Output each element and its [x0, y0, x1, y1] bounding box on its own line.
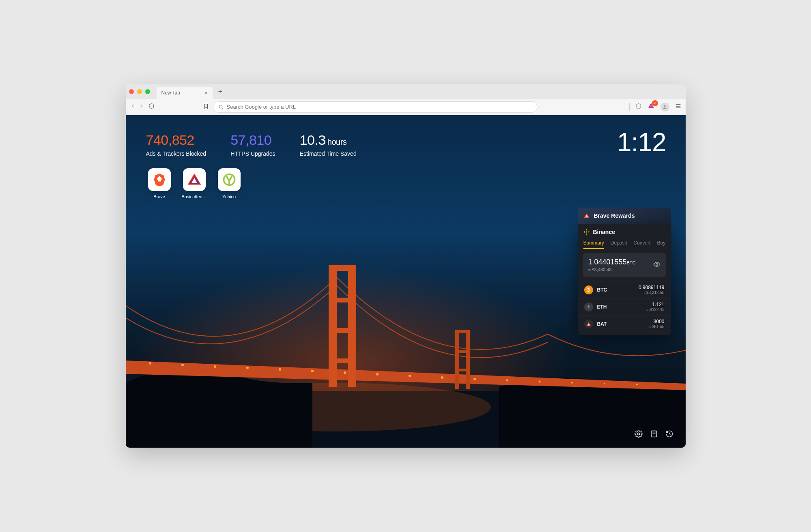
- svg-rect-12: [455, 330, 470, 333]
- asset-row-eth[interactable]: ETH 1.121 ≈ $122.43: [578, 298, 671, 315]
- svg-point-3: [183, 383, 491, 431]
- settings-icon[interactable]: [635, 430, 643, 440]
- close-window-button[interactable]: [129, 89, 134, 94]
- tab-bar: New Tab × +: [126, 84, 686, 99]
- back-button[interactable]: [130, 103, 136, 111]
- binance-card: Binance Summary Deposit Convert Buy 1.04…: [578, 224, 671, 335]
- svg-rect-14: [455, 369, 470, 371]
- widget-column: Brave Rewards Binance Summary Deposit Co…: [578, 208, 671, 335]
- reload-button[interactable]: [148, 103, 155, 111]
- site-caption: Yubico: [216, 194, 243, 199]
- stat-time-saved: 10.3hours Estimated Time Saved: [300, 132, 357, 157]
- history-icon[interactable]: [665, 430, 673, 440]
- asset-row-btc[interactable]: ₿ BTC 0.90891119 ≈ $8,212.58: [578, 281, 671, 298]
- binance-title: Binance: [593, 229, 615, 235]
- toolbar-divider: [629, 103, 630, 111]
- svg-point-0: [219, 105, 222, 108]
- asset-symbol: ETH: [597, 304, 607, 310]
- yubico-icon: [222, 172, 237, 187]
- svg-point-29: [604, 383, 605, 384]
- bookmark-icon[interactable]: [203, 103, 209, 111]
- stat-time-unit: hours: [327, 137, 347, 146]
- stat-label: Ads & Trackers Blocked: [146, 150, 207, 157]
- toggle-visibility-icon[interactable]: [653, 261, 660, 270]
- svg-rect-32: [586, 229, 587, 231]
- asset-amount: 0.90891119: [639, 285, 664, 290]
- minimize-window-button[interactable]: [137, 89, 142, 94]
- balance-currency: BTC: [627, 260, 636, 265]
- asset-symbol: BAT: [597, 321, 607, 327]
- asset-row-bat[interactable]: BAT 3000 ≈ $61.55: [578, 315, 671, 332]
- tab-new-tab[interactable]: New Tab ×: [157, 87, 213, 99]
- asset-amount: 3000: [649, 319, 665, 324]
- stat-value: 10.3hours: [300, 132, 357, 148]
- tab-convert[interactable]: Convert: [634, 240, 651, 249]
- svg-rect-8: [329, 328, 356, 333]
- bookmarks-icon[interactable]: [650, 430, 658, 440]
- svg-rect-5: [348, 265, 356, 387]
- svg-point-19: [279, 368, 281, 371]
- tab-deposit[interactable]: Deposit: [611, 240, 627, 249]
- site-caption: Brave: [146, 194, 173, 199]
- binance-tabs: Summary Deposit Convert Buy: [578, 240, 671, 253]
- stat-time-number: 10.3: [300, 132, 326, 148]
- tab-title: New Tab: [161, 90, 180, 96]
- brave-rewards-icon[interactable]: 7: [648, 103, 655, 112]
- new-tab-button[interactable]: +: [215, 88, 226, 96]
- asset-amounts: 0.90891119 ≈ $8,212.58: [639, 285, 664, 295]
- close-tab-icon[interactable]: ×: [204, 90, 208, 96]
- shields-icon[interactable]: [635, 103, 642, 111]
- site-tile: [183, 168, 206, 191]
- stat-value: 740,852: [146, 132, 207, 148]
- balance-box: 1.04401555BTC ≈ $8,480.48: [583, 253, 666, 277]
- site-tile: [218, 168, 241, 191]
- asset-symbol: BTC: [597, 287, 607, 293]
- svg-point-20: [311, 370, 314, 372]
- asset-amount: 1.121: [646, 302, 664, 307]
- stats-row: 740,852 Ads & Trackers Blocked 57,810 HT…: [126, 115, 686, 157]
- svg-rect-35: [588, 231, 589, 233]
- profile-button[interactable]: [660, 103, 669, 112]
- forward-button[interactable]: [138, 103, 144, 111]
- toolbar: 7: [126, 99, 686, 115]
- svg-point-26: [506, 380, 508, 382]
- balance-amount: 1.04401555BTC: [588, 258, 636, 266]
- tab-buy[interactable]: Buy: [657, 240, 666, 249]
- tab-summary[interactable]: Summary: [583, 240, 604, 249]
- stat-label: Estimated Time Saved: [300, 150, 357, 157]
- maximize-window-button[interactable]: [145, 89, 150, 94]
- svg-rect-34: [583, 231, 585, 233]
- main-menu-button[interactable]: [675, 103, 682, 111]
- top-site-bat[interactable]: Basicatten…: [181, 168, 208, 199]
- svg-point-38: [637, 433, 639, 435]
- bottom-controls: [635, 430, 673, 440]
- svg-point-18: [246, 367, 249, 369]
- svg-point-28: [571, 382, 573, 384]
- svg-point-15: [149, 362, 151, 365]
- stat-ads-blocked: 740,852 Ads & Trackers Blocked: [146, 132, 207, 157]
- search-input[interactable]: [227, 104, 532, 110]
- site-tile: [148, 168, 171, 191]
- bat-triangle-icon: [187, 173, 201, 187]
- new-tab-page: 740,852 Ads & Trackers Blocked 57,810 HT…: [126, 115, 686, 448]
- svg-point-30: [636, 384, 638, 385]
- top-site-brave[interactable]: Brave: [146, 168, 173, 199]
- balance-number: 1.04401555: [588, 258, 627, 266]
- site-caption: Basicatten…: [181, 194, 208, 199]
- address-bar[interactable]: [213, 101, 538, 113]
- brave-rewards-card[interactable]: Brave Rewards: [578, 208, 671, 224]
- toolbar-right: 7: [629, 103, 682, 112]
- eth-icon: [584, 302, 593, 311]
- btc-icon: ₿: [584, 285, 593, 294]
- binance-header: Binance: [578, 224, 671, 240]
- svg-rect-10: [455, 330, 459, 389]
- top-site-yubico[interactable]: Yubico: [216, 168, 243, 199]
- rewards-title: Brave Rewards: [594, 212, 635, 219]
- stat-value: 57,810: [230, 132, 275, 148]
- top-sites: Brave Basicatten…: [126, 157, 686, 210]
- asset-amounts: 1.121 ≈ $122.43: [646, 302, 664, 312]
- balance-usd: ≈ $8,480.48: [588, 267, 636, 272]
- asset-usd: ≈ $122.43: [646, 307, 664, 312]
- svg-point-17: [214, 365, 216, 368]
- asset-usd: ≈ $8,212.58: [639, 290, 664, 295]
